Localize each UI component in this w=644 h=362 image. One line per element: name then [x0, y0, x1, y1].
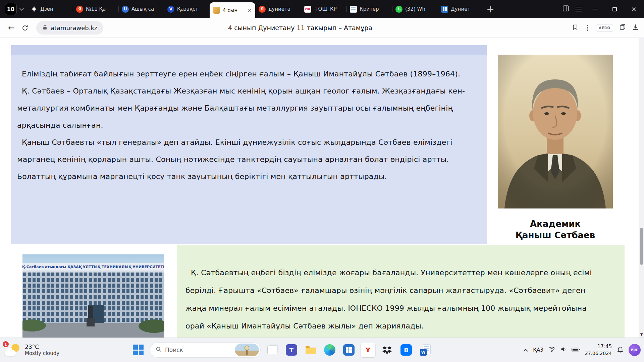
pre-badge[interactable]: PRE [629, 344, 641, 356]
tab-label: Дуниет [451, 6, 480, 12]
taskbar-apps: Поиск T Y B W [131, 338, 433, 362]
downloads-icon[interactable] [632, 23, 639, 32]
browser-tab-yandex-2[interactable]: Я дуниета [255, 0, 301, 18]
taskbar-teams-icon[interactable]: T [284, 343, 299, 357]
chevron-down-icon[interactable] [19, 6, 24, 11]
taskbar-word-icon[interactable]: W [418, 343, 433, 357]
panel-header-strip [11, 45, 487, 55]
caption-line-1: Академик [498, 218, 613, 230]
windows-logo-icon [133, 345, 144, 355]
page-content: Еліміздің табиғат байлығын зерттеуге ере… [0, 38, 644, 338]
volume-icon[interactable] [560, 346, 567, 354]
lock-icon [42, 24, 48, 32]
teams-logo: T [286, 344, 297, 356]
minimize-button[interactable] [588, 0, 602, 18]
close-button[interactable]: × [627, 0, 641, 18]
search-highlight-image [235, 344, 259, 356]
address-bar[interactable]: atamuraweb.kz [36, 21, 103, 35]
search-placeholder: Поиск [165, 347, 231, 353]
intro-paragraph-1: Еліміздің табиғат байлығын зерттеуге ере… [17, 65, 480, 82]
legacy-text-panel: Қ. Сәтбаевтың еңбегі біздің елімізде жоғ… [177, 245, 625, 338]
reload-button[interactable] [18, 21, 32, 35]
browser-tab-whatsapp[interactable]: (32) Wh [392, 0, 438, 18]
tabbar-right-controls: × [562, 0, 644, 18]
tab-label: №11 Қа [86, 6, 115, 12]
portrait-caption: Академик Қаныш Сәтбаев [498, 218, 613, 241]
notification-bell-icon[interactable] [616, 346, 624, 354]
intro-paragraph-3: Қаныш Сәтбаевты «тыл генералы» деп атайд… [17, 134, 480, 185]
taskbar-explorer-icon[interactable] [303, 343, 318, 357]
intro-paragraph-2: Қ. Сәтбаев – Орталық Қазақстандағы Жезқа… [17, 82, 480, 134]
dzen-favicon [31, 6, 38, 13]
browser-tab-docs[interactable]: Критер [346, 0, 392, 18]
tab-close-icon[interactable]: × [248, 8, 252, 13]
satbayev-portrait [498, 55, 613, 208]
legacy-paragraph: Қ. Сәтбаевтың еңбегі біздің елімізде жоғ… [177, 245, 625, 335]
maximize-button[interactable] [607, 0, 622, 18]
language-indicator[interactable]: ҚАЗ [533, 347, 543, 353]
aero-extension-badge[interactable]: AERO [596, 24, 613, 32]
scroll-down-arrow-icon[interactable]: ▼ [639, 331, 644, 337]
page-title: 4 сынып Дуниетану 11 такырып – Атамұра [144, 18, 456, 38]
tab-label: 4 сын [223, 7, 245, 13]
word-logo: W [420, 344, 431, 356]
battery-icon[interactable] [572, 347, 580, 353]
start-button[interactable] [131, 343, 146, 357]
tab-label: (32) Wh [405, 6, 434, 12]
time-text: 17:45 [585, 344, 612, 350]
notification-count-badge: 1 [2, 341, 9, 348]
browser-tab-pdf[interactable]: PDF +ОШ_КР [301, 0, 346, 18]
system-tray: ҚАЗ 17:45 27.06.2024 PRE [523, 338, 641, 362]
task-view-button[interactable] [265, 343, 280, 357]
atamura-favicon [213, 7, 220, 14]
folder-icon [305, 345, 316, 355]
yandex-favicon: Я [259, 6, 266, 13]
browser-tab-active[interactable]: 4 сын × [210, 2, 255, 18]
wifi-icon[interactable] [548, 346, 555, 354]
grid-app-favicon [441, 6, 448, 13]
weather-widget[interactable]: 1 23°C Mostly cloudy [5, 338, 59, 362]
weather-condition: Mostly cloudy [25, 350, 59, 356]
weather-temperature: 23°C [25, 344, 59, 350]
more-options-icon[interactable] [587, 27, 588, 28]
browser-tab-dzen[interactable]: Дзен [27, 0, 73, 18]
taskbar-grid-app-icon[interactable] [341, 343, 356, 357]
u-favicon: U [122, 6, 129, 13]
taskbar-yandex-icon[interactable]: Y [361, 343, 375, 357]
back-button[interactable]: ← [5, 21, 18, 35]
search-icon [156, 346, 162, 354]
dropbox-logo [382, 346, 392, 354]
taskbar-edge-icon[interactable] [322, 343, 337, 357]
browser-tab-kazakhstan[interactable]: V Қазақст [164, 0, 210, 18]
sidebar-panel-icon[interactable] [562, 5, 570, 13]
tab-label: Дзен [40, 6, 69, 12]
grid-app-logo [343, 344, 355, 356]
scrollbar[interactable]: ▼ [639, 38, 644, 338]
caption-line-2: Қаныш Сәтбаев [498, 230, 613, 241]
taskbar-search[interactable]: Поиск [150, 342, 261, 358]
task-view-icon [267, 346, 277, 354]
tray-chevron-up-icon[interactable] [523, 347, 528, 353]
browser-tab-u[interactable]: U Ашық са [118, 0, 164, 18]
scrollbar-thumb[interactable] [640, 228, 643, 265]
browser-tab-yandex-1[interactable]: Я №11 Қа [73, 0, 118, 18]
browser-tab-grid[interactable]: Дуниет [438, 0, 483, 18]
edge-logo [324, 344, 335, 356]
whatsapp-favicon [395, 6, 402, 13]
bookmark-icon[interactable] [572, 24, 579, 32]
yandex-favicon: Я [76, 6, 83, 13]
tab-label: Қазақст [177, 6, 206, 12]
taskbar-vk-icon[interactable]: B [399, 343, 414, 357]
university-sign-text: Қ.Сәтбаев атындағы ҚАЗАҚ ҰЛТТЫҚ ТЕХНИКАЛ… [22, 265, 164, 269]
browser-window: 10 Дзен Я №11 Қа U Ашық са V Қазақст 4 с… [0, 0, 644, 362]
date-text: 27.06.2024 [585, 350, 612, 356]
menu-icon[interactable] [574, 5, 583, 13]
tab-label: +ОШ_КР [314, 6, 343, 12]
taskbar-dropbox-icon[interactable] [380, 343, 394, 357]
new-tab-button[interactable]: + [483, 0, 497, 18]
browser-tab-bar: 10 Дзен Я №11 Қа U Ашық са V Қазақст 4 с… [0, 0, 644, 18]
copy-pages-icon[interactable] [619, 24, 626, 32]
tab-label: Критер [360, 6, 389, 12]
clock[interactable]: 17:45 27.06.2024 [585, 344, 612, 356]
tab-counter[interactable]: 10 [5, 3, 17, 15]
